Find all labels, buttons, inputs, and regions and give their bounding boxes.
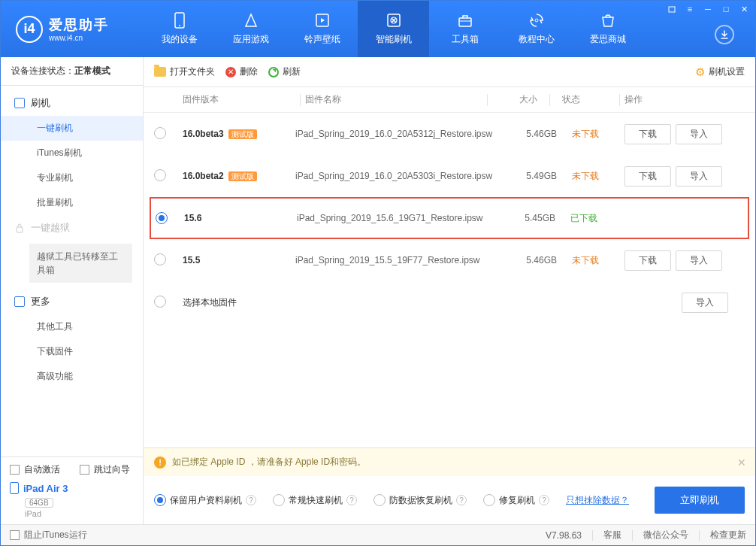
flash-option-0[interactable]: 保留用户资料刷机? [154, 494, 256, 507]
flash-now-button[interactable]: 立即刷机 [655, 487, 745, 514]
option-radio[interactable] [483, 494, 495, 506]
flash-icon [14, 98, 25, 108]
device-name[interactable]: iPad Air 3 [10, 482, 134, 494]
firmware-row[interactable]: 16.0beta3测试版 iPad_Spring_2019_16.0_20A53… [144, 113, 755, 155]
skin-button[interactable] [664, 2, 680, 16]
import-button[interactable]: 导入 [676, 166, 722, 187]
nav-tab-2[interactable]: 铃声壁纸 [286, 1, 358, 57]
nav-tab-5[interactable]: 教程中心 [500, 1, 572, 57]
brand-name: 爱思助手 [49, 16, 109, 34]
auto-activate-checkbox[interactable] [10, 465, 20, 475]
svg-point-1 [179, 25, 180, 26]
delete-button[interactable]: ✕ 删除 [225, 65, 258, 78]
nav-tab-6[interactable]: 爱思商城 [572, 1, 643, 57]
maximize-button[interactable]: □ [718, 2, 734, 16]
firmware-radio[interactable] [154, 169, 166, 181]
firmware-size: 5.45GB [510, 213, 563, 223]
sidebar-flash-sub-1[interactable]: iTunes刷机 [1, 141, 143, 165]
flash-option-2[interactable]: 防数据恢复刷机? [373, 494, 467, 507]
svg-rect-4 [459, 18, 471, 26]
download-button[interactable]: 下载 [624, 166, 671, 187]
import-button[interactable]: 导入 [676, 124, 722, 144]
firmware-version: 16.0beta3测试版 [183, 129, 295, 140]
warning-close-button[interactable]: ✕ [737, 457, 746, 469]
beta-badge: 测试版 [228, 129, 257, 139]
firmware-radio[interactable] [156, 212, 168, 224]
firmware-version: 16.0beta2测试版 [183, 171, 295, 182]
refresh-button[interactable]: 刷新 [268, 65, 301, 78]
download-button[interactable]: 下载 [624, 124, 671, 144]
option-radio[interactable] [373, 494, 386, 506]
firmware-radio[interactable] [154, 253, 166, 265]
sidebar-more-sub-1[interactable]: 下载固件 [1, 339, 143, 364]
flash-option-3[interactable]: 修复刷机? [483, 494, 549, 507]
open-folder-button[interactable]: 打开文件夹 [154, 65, 215, 78]
firmware-row[interactable]: 15.5 iPad_Spring_2019_15.5_19F77_Restore… [144, 239, 755, 281]
wechat-button[interactable]: 微信公众号 [643, 529, 688, 541]
block-itunes-checkbox[interactable] [10, 530, 20, 540]
firmware-version: 15.5 [183, 255, 295, 265]
help-icon[interactable]: ? [346, 495, 357, 505]
sidebar-flash-sub-2[interactable]: 专业刷机 [1, 165, 143, 190]
nav-tab-0[interactable]: 我的设备 [144, 1, 215, 57]
svg-rect-7 [17, 227, 23, 232]
sidebar-flash-sub-0[interactable]: 一键刷机 [1, 116, 143, 141]
erase-data-link[interactable]: 只想抹除数据？ [566, 494, 629, 507]
help-icon[interactable]: ? [456, 495, 467, 505]
connection-status: 设备连接状态：正常模式 [1, 57, 143, 86]
firmware-row[interactable]: 16.0beta2测试版 iPad_Spring_2019_16.0_20A53… [144, 155, 755, 197]
firmware-radio[interactable] [154, 127, 166, 139]
option-radio[interactable] [154, 494, 166, 506]
col-status: 状态 [555, 93, 615, 106]
firmware-version: 15.6 [184, 213, 297, 223]
sidebar-flash-sub-3[interactable]: 批量刷机 [1, 190, 143, 215]
minimize-button[interactable]: ─ [700, 2, 716, 16]
logo-icon: i4 [16, 16, 43, 43]
nav-icon-0 [171, 12, 188, 29]
sidebar-more-sub-2[interactable]: 高级功能 [1, 364, 143, 389]
nav-icon-1 [243, 12, 259, 29]
firmware-size: 5.46GB [512, 129, 564, 139]
firmware-name: iPad_Spring_2019_15.5_19F77_Restore.ipsw [295, 255, 512, 265]
firmware-status: 未下载 [564, 170, 624, 183]
help-icon[interactable]: ? [246, 495, 256, 505]
option-radio[interactable] [273, 494, 285, 506]
help-icon[interactable]: ? [539, 495, 549, 505]
firmware-row[interactable]: 15.6 iPad_Spring_2019_15.6_19G71_Restore… [150, 197, 749, 239]
nav-tab-4[interactable]: 工具箱 [429, 1, 500, 57]
capacity-badge: 64GB [25, 498, 53, 508]
local-firmware-label: 选择本地固件 [183, 296, 295, 309]
nav-tab-1[interactable]: 应用游戏 [215, 1, 286, 57]
firmware-radio[interactable] [154, 296, 166, 308]
tablet-icon [10, 482, 19, 494]
local-firmware-row[interactable]: 选择本地固件 导入 [144, 281, 755, 323]
statusbar: 阻止iTunes运行 V7.98.63 客服 微信公众号 检查更新 [1, 524, 755, 545]
warning-bar: ! 如已绑定 Apple ID ，请准备好 Apple ID和密码。 ✕ [144, 448, 755, 476]
refresh-icon [268, 67, 279, 77]
firmware-status: 未下载 [564, 254, 624, 267]
download-indicator[interactable] [715, 25, 734, 44]
nav-tab-3[interactable]: 智能刷机 [358, 1, 429, 57]
download-button[interactable]: 下载 [624, 250, 671, 271]
sidebar-group-more[interactable]: 更多 [1, 289, 143, 314]
flash-option-1[interactable]: 常规快速刷机? [273, 494, 357, 507]
sidebar-more-sub-0[interactable]: 其他工具 [1, 314, 143, 339]
bottom-panel: ! 如已绑定 Apple ID ，请准备好 Apple ID和密码。 ✕ 保留用… [144, 447, 755, 524]
check-update-button[interactable]: 检查更新 [710, 529, 746, 541]
table-header: 固件版本 固件名称 大小 状态 操作 [144, 87, 755, 113]
nav-icon-4 [457, 12, 473, 29]
import-button[interactable]: 导入 [676, 250, 722, 271]
flash-settings-button[interactable]: ⚙ 刷机设置 [695, 65, 745, 79]
col-name: 固件名称 [305, 93, 482, 106]
more-icon [14, 296, 25, 307]
svg-point-5 [535, 19, 538, 22]
sidebar-group-flash[interactable]: 刷机 [1, 90, 143, 116]
jailbreak-note: 越狱工具已转移至工具箱 [29, 244, 132, 283]
close-button[interactable]: ✕ [736, 2, 752, 16]
menu-button[interactable]: ≡ [682, 2, 698, 16]
import-button[interactable]: 导入 [682, 293, 728, 313]
skip-guide-checkbox[interactable] [80, 465, 89, 475]
support-button[interactable]: 客服 [603, 529, 621, 541]
warning-text: 如已绑定 Apple ID ，请准备好 Apple ID和密码。 [172, 456, 366, 469]
window-controls: ≡ ─ □ ✕ [664, 2, 752, 16]
